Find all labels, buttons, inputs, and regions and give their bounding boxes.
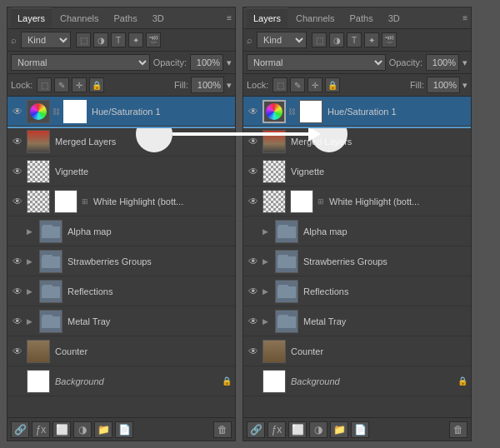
left-arrow-metal-tray[interactable]: ▶ — [27, 317, 37, 326]
right-new-layer-btn[interactable]: 📄 — [351, 421, 369, 438]
right-tab-paths[interactable]: Paths — [343, 7, 380, 28]
left-lock-all-btn[interactable]: 🔒 — [89, 77, 104, 92]
right-arrow-strawberries[interactable]: ▶ — [262, 257, 272, 266]
right-filter-smart-btn[interactable]: 🎬 — [382, 32, 397, 47]
right-layer-strawberries[interactable]: 👁 ▶ Strawberries Groups — [243, 246, 471, 276]
left-layer-reflections[interactable]: 👁 ▶ Reflections — [8, 276, 235, 306]
right-filter-shape-btn[interactable]: ✦ — [364, 32, 379, 47]
right-arrow-metal-tray[interactable]: ▶ — [262, 317, 272, 326]
left-filter-pixel-btn[interactable]: ⬚ — [76, 32, 91, 47]
left-eye-counter[interactable]: 👁 — [11, 345, 24, 358]
left-lock-transparent-btn[interactable]: ⬚ — [37, 77, 52, 92]
right-layer-highlight[interactable]: 👁 ⊞ White Highlight (bott... — [243, 187, 471, 217]
right-lock-transparent-btn[interactable]: ⬚ — [272, 77, 288, 92]
right-layer-reflections[interactable]: 👁 ▶ Reflections — [243, 276, 471, 306]
left-layer-hue-sat[interactable]: 👁 ⛓ Hue/Saturation 1 — [8, 97, 235, 127]
right-kind-select[interactable]: Kind — [257, 32, 307, 48]
right-adjust-btn[interactable]: ◑ — [309, 421, 328, 438]
left-eye-highlight[interactable]: 👁 — [11, 195, 24, 208]
left-eye-vignette[interactable]: 👁 — [11, 165, 24, 178]
left-eye-reflections[interactable]: 👁 — [11, 285, 24, 298]
left-lock-position-btn[interactable]: ✛ — [72, 77, 87, 92]
right-tab-layers[interactable]: Layers — [247, 7, 288, 28]
left-filter-shape-btn[interactable]: ✦ — [128, 32, 143, 47]
right-opacity-arrow[interactable]: ▾ — [462, 57, 468, 68]
left-eye-hue-sat[interactable]: 👁 — [11, 105, 24, 118]
left-lock-image-btn[interactable]: ✎ — [54, 77, 69, 92]
left-layer-merged[interactable]: 👁 Merged Layers — [8, 127, 235, 157]
left-filter-adjust-btn[interactable]: ◑ — [93, 32, 108, 47]
left-tab-channels[interactable]: Channels — [53, 7, 105, 28]
right-eye-hue-sat[interactable]: 👁 — [247, 105, 260, 118]
right-eye-reflections[interactable]: 👁 — [247, 285, 260, 298]
left-tab-3d[interactable]: 3D — [146, 7, 171, 28]
left-layer-alpha[interactable]: ▶ Alpha map — [8, 217, 235, 246]
left-panel-menu-icon[interactable]: ≡ — [227, 13, 232, 22]
left-eye-strawberries[interactable]: 👁 — [11, 255, 24, 268]
right-layer-counter[interactable]: 👁 Counter — [243, 336, 471, 366]
right-layer-metal-tray[interactable]: 👁 ▶ Metal Tray — [243, 306, 471, 336]
left-new-layer-btn[interactable]: 📄 — [115, 421, 133, 438]
left-eye-merged[interactable]: 👁 — [11, 135, 24, 148]
right-lock-all-btn[interactable]: 🔒 — [325, 77, 340, 92]
right-arrow-reflections[interactable]: ▶ — [262, 287, 272, 296]
left-kind-row: ⌕ Kind ⬚ ◑ T ✦ 🎬 — [8, 29, 235, 52]
right-folder-btn[interactable]: 📁 — [330, 421, 348, 438]
right-link-btn[interactable]: 🔗 — [247, 421, 265, 438]
left-layer-vignette[interactable]: 👁 Vignette — [8, 157, 235, 187]
right-eye-highlight[interactable]: 👁 — [247, 195, 260, 208]
right-layer-alpha[interactable]: ▶ Alpha map — [243, 217, 471, 246]
left-fill-input[interactable] — [191, 77, 224, 93]
right-layer-background[interactable]: Background 🔒 — [243, 366, 471, 396]
right-filter-pixel-btn[interactable]: ⬚ — [312, 32, 327, 47]
left-fill-arrow[interactable]: ▾ — [227, 80, 232, 91]
left-layer-strawberries[interactable]: 👁 ▶ Strawberries Groups — [8, 246, 235, 276]
right-panel-menu-icon[interactable]: ≡ — [462, 13, 468, 22]
left-tab-layers[interactable]: Layers — [11, 7, 52, 28]
left-layer-counter[interactable]: 👁 Counter — [8, 336, 235, 366]
right-filter-type-btn[interactable]: T — [347, 32, 362, 47]
left-opacity-input[interactable] — [190, 54, 223, 71]
right-eye-metal-tray[interactable]: 👁 — [247, 315, 260, 328]
left-layer-background[interactable]: Background 🔒 — [8, 366, 235, 396]
right-filter-adjust-btn[interactable]: ◑ — [329, 32, 344, 47]
right-layer-vignette[interactable]: 👁 Vignette — [243, 157, 471, 187]
left-opacity-arrow[interactable]: ▾ — [227, 57, 232, 68]
left-adjust-btn[interactable]: ◑ — [73, 421, 92, 438]
right-arrow-alpha[interactable]: ▶ — [262, 227, 272, 236]
right-fill-input[interactable] — [427, 77, 460, 93]
right-layer-merged[interactable]: 👁 Merged Layers — [243, 127, 471, 157]
left-opacity-label: Opacity: — [153, 57, 187, 67]
left-fx-btn[interactable]: ƒx — [32, 421, 50, 438]
right-fill-arrow[interactable]: ▾ — [462, 80, 468, 91]
right-layer-hue-sat[interactable]: 👁 ⛓ Hue/Saturation 1 — [243, 97, 471, 127]
left-layer-highlight[interactable]: 👁 ⊞ White Highlight (bott... — [8, 187, 235, 217]
right-eye-strawberries[interactable]: 👁 — [247, 255, 260, 268]
right-eye-merged[interactable]: 👁 — [247, 135, 260, 148]
left-kind-select[interactable]: Kind — [21, 32, 71, 48]
left-tab-paths[interactable]: Paths — [108, 7, 144, 28]
right-blend-select[interactable]: Normal — [247, 54, 386, 71]
left-arrow-reflections[interactable]: ▶ — [27, 287, 37, 296]
right-tab-channels[interactable]: Channels — [289, 7, 341, 28]
right-mask-btn[interactable]: ⬜ — [288, 421, 307, 438]
left-folder-btn[interactable]: 📁 — [94, 421, 112, 438]
right-lock-image-btn[interactable]: ✎ — [290, 77, 305, 92]
left-link-btn[interactable]: 🔗 — [11, 421, 29, 438]
left-filter-smart-btn[interactable]: 🎬 — [146, 32, 161, 47]
left-blend-select[interactable]: Normal — [11, 54, 150, 71]
left-mask-btn[interactable]: ⬜ — [52, 421, 71, 438]
right-tab-3d[interactable]: 3D — [382, 7, 407, 28]
right-delete-btn[interactable]: 🗑 — [449, 421, 468, 438]
right-opacity-input[interactable] — [426, 54, 459, 71]
left-arrow-strawberries[interactable]: ▶ — [27, 257, 37, 266]
right-fx-btn[interactable]: ƒx — [268, 421, 286, 438]
left-layer-metal-tray[interactable]: 👁 ▶ Metal Tray — [8, 306, 235, 336]
left-delete-btn[interactable]: 🗑 — [213, 421, 232, 438]
right-lock-position-btn[interactable]: ✛ — [308, 77, 322, 92]
right-eye-counter[interactable]: 👁 — [247, 345, 260, 358]
left-eye-metal-tray[interactable]: 👁 — [11, 315, 24, 328]
right-eye-vignette[interactable]: 👁 — [247, 165, 260, 178]
left-arrow-alpha[interactable]: ▶ — [27, 227, 37, 236]
left-filter-type-btn[interactable]: T — [111, 32, 126, 47]
